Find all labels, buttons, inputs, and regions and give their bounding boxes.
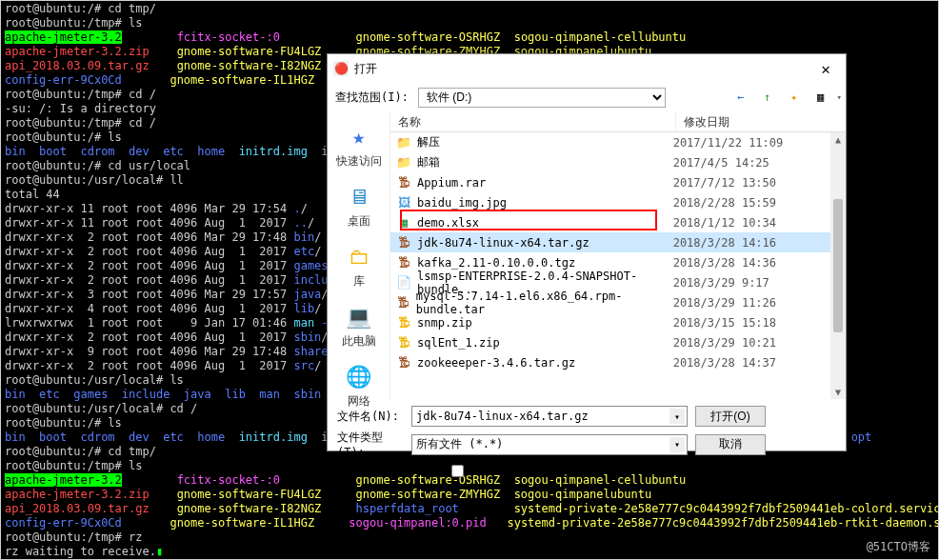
open-button[interactable]: 打开(O): [695, 406, 766, 427]
file-row[interactable]: 🖼baidu_img.jpg2018/2/28 15:59: [390, 192, 846, 212]
open-file-dialog: 🔴 打开 ✕ 查找范围(I): 软件 (D:) ← ↑ ✦ ▦ ▾ ★快速访问🖥…: [327, 53, 847, 451]
scroll-thumb[interactable]: [833, 199, 843, 332]
file-row[interactable]: 🗜jdk-8u74-linux-x64.tar.gz2018/3/28 14:1…: [390, 232, 846, 252]
place-item[interactable]: 🌐网络: [328, 359, 390, 411]
filename-label: 文件名(N):: [337, 409, 404, 425]
file-row[interactable]: 🗜snmp.zip2018/3/15 15:18: [390, 312, 846, 332]
new-folder-button[interactable]: ✦: [786, 89, 803, 106]
dialog-titlebar[interactable]: 🔴 打开 ✕: [328, 54, 846, 83]
file-row[interactable]: 🗜Appium.rar2017/7/12 13:50: [390, 172, 846, 192]
col-name: 名称: [390, 111, 676, 131]
scrollbar[interactable]: ▲ ▼: [830, 132, 846, 399]
back-button[interactable]: ←: [732, 89, 749, 106]
column-headers[interactable]: 名称 修改日期: [390, 111, 846, 132]
places-sidebar: ★快速访问🖥桌面🗀库💻此电脑🌐网络: [328, 111, 390, 399]
cancel-button[interactable]: 取消: [695, 434, 766, 455]
close-icon[interactable]: ✕: [811, 56, 840, 82]
up-button[interactable]: ↑: [759, 89, 776, 106]
view-menu-button[interactable]: ▦: [812, 89, 829, 106]
app-icon: 🔴: [333, 61, 349, 76]
drive-select[interactable]: 软件 (D:): [418, 88, 666, 108]
filter-select[interactable]: 所有文件 (*.*)▾: [411, 434, 688, 455]
place-item[interactable]: 🗀库: [328, 239, 390, 291]
scroll-down-icon[interactable]: ▼: [835, 385, 841, 399]
dialog-footer: 文件名(N): jdk-8u74-linux-x64.tar.gz▾ 打开(O)…: [328, 399, 846, 485]
file-row[interactable]: 🗜mysql-5.7.14-1.el6.x86_64.rpm-bundle.ta…: [390, 292, 846, 312]
file-row[interactable]: 🗜zookeeeper-3.4.6.tar.gz2018/3/28 14:37: [390, 352, 846, 372]
place-item[interactable]: 💻此电脑: [328, 299, 390, 351]
chevron-down-icon[interactable]: ▾: [669, 409, 685, 424]
ascii-checkbox[interactable]: [451, 465, 464, 477]
file-row[interactable]: 📁邮箱2017/4/5 14:25: [390, 152, 846, 172]
file-row[interactable]: ▦demo.xlsx2018/1/12 10:34: [390, 212, 846, 232]
place-item[interactable]: 🖥桌面: [328, 179, 390, 231]
file-rows[interactable]: 📁解压2017/11/22 11:09📁邮箱2017/4/5 14:25🗜App…: [390, 132, 846, 399]
col-date: 修改日期: [676, 111, 846, 131]
place-item[interactable]: ★快速访问: [328, 119, 390, 171]
look-in-row: 查找范围(I): 软件 (D:) ← ↑ ✦ ▦ ▾: [328, 83, 846, 111]
watermark: @51CTO博客: [867, 539, 930, 555]
scroll-up-icon[interactable]: ▲: [835, 132, 841, 147]
file-list: 名称 修改日期 📁解压2017/11/22 11:09📁邮箱2017/4/5 1…: [390, 111, 846, 399]
look-in-label: 查找范围(I):: [335, 90, 409, 106]
filter-label: 文件类型(T):: [337, 430, 404, 459]
ascii-label: 发送文件到ASCII: [468, 463, 559, 479]
file-row[interactable]: 🗜sqlEnt_1.zip2018/3/29 10:21: [390, 332, 846, 352]
dialog-title: 打开: [354, 61, 377, 77]
filename-input[interactable]: jdk-8u74-linux-x64.tar.gz▾: [411, 406, 688, 427]
file-row[interactable]: 📁解压2017/11/22 11:09: [390, 132, 846, 152]
chevron-down-icon[interactable]: ▾: [669, 437, 685, 452]
